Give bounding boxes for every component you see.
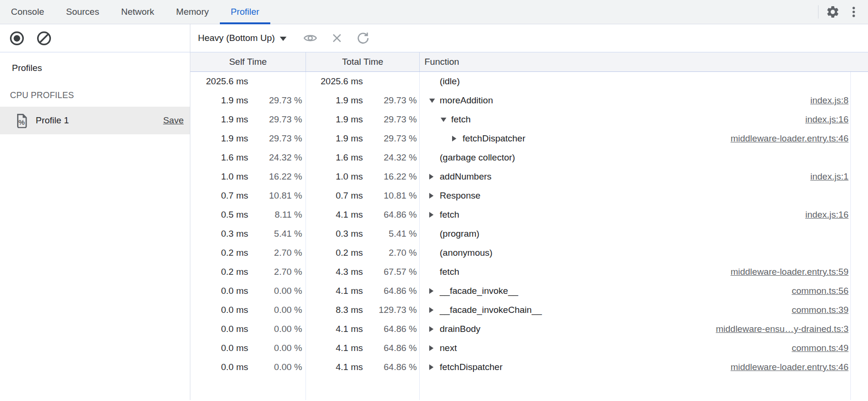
table-row[interactable]: 0.2 ms2.70 %4.3 ms67.57 %fetchmiddleware… bbox=[190, 262, 868, 281]
tabbar-right-controls bbox=[818, 0, 868, 24]
function-name: (anonymous) bbox=[440, 248, 493, 258]
total-time-cell: 8.3 ms129.73 % bbox=[306, 301, 420, 320]
function-cell: (program) bbox=[420, 224, 851, 243]
source-location-link[interactable]: index.js:16 bbox=[805, 114, 848, 125]
save-profile-link[interactable]: Save bbox=[163, 115, 184, 126]
profiler-toolbar: Heavy (Bottom Up) bbox=[0, 24, 868, 52]
function-name: (program) bbox=[440, 229, 479, 239]
function-name: (idle) bbox=[440, 76, 460, 87]
grid-header-row: Self Time Total Time Function bbox=[190, 52, 868, 72]
function-cell: drainBodymiddleware-ensu…y-drained.ts:3 bbox=[420, 320, 851, 339]
table-row[interactable]: 0.0 ms0.00 %4.1 ms64.86 %drainBodymiddle… bbox=[190, 320, 868, 339]
table-row[interactable]: 1.9 ms29.73 %1.9 ms29.73 %fetchindex.js:… bbox=[190, 110, 868, 129]
kebab-menu-icon bbox=[847, 5, 860, 19]
total-time-cell: 4.1 ms64.86 % bbox=[306, 339, 420, 358]
grid-rows: 2025.6 ms2025.6 ms(idle)1.9 ms29.73 %1.9… bbox=[190, 72, 868, 377]
profiles-sidebar: Profiles CPU PROFILES % Profile 1 Save bbox=[0, 52, 190, 400]
self-time-cell: 0.3 ms5.41 % bbox=[190, 224, 306, 243]
function-name: fetch bbox=[440, 210, 459, 220]
expand-arrow-icon[interactable] bbox=[429, 288, 434, 294]
self-time-cell: 1.9 ms29.73 % bbox=[190, 110, 306, 129]
tab-memory[interactable]: Memory bbox=[165, 0, 220, 24]
delete-profile-button[interactable] bbox=[330, 31, 344, 45]
table-row[interactable]: 0.2 ms2.70 %0.2 ms2.70 %(anonymous) bbox=[190, 243, 868, 262]
source-location-link[interactable]: middleware-loader.entry.ts:46 bbox=[730, 362, 848, 372]
source-location-link[interactable]: common.ts:39 bbox=[792, 305, 848, 315]
sidebar-item-profile-1[interactable]: % Profile 1 Save bbox=[0, 107, 190, 134]
self-time-cell: 0.0 ms0.00 % bbox=[190, 281, 306, 301]
expand-arrow-icon[interactable] bbox=[429, 307, 434, 313]
function-cell: __facade_invoke__common.ts:56 bbox=[420, 281, 851, 301]
column-header-total-time[interactable]: Total Time bbox=[306, 52, 420, 71]
total-time-cell: 4.3 ms67.57 % bbox=[306, 262, 420, 281]
function-cell: fetchDispatchermiddleware-loader.entry.t… bbox=[420, 358, 851, 377]
settings-button[interactable] bbox=[826, 5, 840, 19]
panel-tabs: ConsoleSourcesNetworkMemoryProfiler bbox=[0, 0, 270, 24]
function-name: __facade_invokeChain__ bbox=[440, 305, 542, 315]
expand-arrow-icon[interactable] bbox=[452, 136, 456, 141]
record-icon bbox=[9, 30, 25, 46]
table-row[interactable]: 0.0 ms0.00 %4.1 ms64.86 %nextcommon.ts:4… bbox=[190, 339, 868, 358]
collapse-arrow-icon[interactable] bbox=[429, 99, 435, 103]
source-location-link[interactable]: common.ts:56 bbox=[792, 286, 848, 296]
source-location-link[interactable]: index.js:1 bbox=[810, 171, 848, 182]
table-row[interactable]: 1.6 ms24.32 %1.6 ms24.32 %(garbage colle… bbox=[190, 148, 868, 167]
table-row[interactable]: 0.0 ms0.00 %4.1 ms64.86 %__facade_invoke… bbox=[190, 281, 868, 301]
view-mode-dropdown[interactable]: Heavy (Bottom Up) bbox=[198, 33, 286, 43]
self-time-cell: 1.9 ms29.73 % bbox=[190, 129, 306, 148]
table-row[interactable]: 0.5 ms8.11 %4.1 ms64.86 %fetchindex.js:1… bbox=[190, 205, 868, 224]
source-location-link[interactable]: middleware-loader.entry.ts:46 bbox=[730, 133, 848, 144]
source-location-link[interactable]: middleware-ensu…y-drained.ts:3 bbox=[716, 324, 848, 334]
gear-icon bbox=[826, 5, 840, 19]
function-cell: fetchindex.js:16 bbox=[420, 205, 851, 224]
table-row[interactable]: 1.9 ms29.73 %1.9 ms29.73 %moreAdditionin… bbox=[190, 91, 868, 110]
total-time-cell: 4.1 ms64.86 % bbox=[306, 281, 420, 301]
total-time-cell: 4.1 ms64.86 % bbox=[306, 358, 420, 377]
function-cell: (anonymous) bbox=[420, 243, 851, 262]
expand-arrow-icon[interactable] bbox=[429, 364, 434, 370]
tab-profiler[interactable]: Profiler bbox=[220, 0, 270, 24]
table-row[interactable]: 0.3 ms5.41 %0.3 ms5.41 %(program) bbox=[190, 224, 868, 243]
clear-profiles-button[interactable] bbox=[36, 30, 52, 46]
expand-arrow-icon[interactable] bbox=[429, 174, 434, 180]
function-cell: (garbage collector) bbox=[420, 148, 851, 167]
function-cell: nextcommon.ts:49 bbox=[420, 339, 851, 358]
chevron-down-icon bbox=[280, 37, 286, 41]
focus-selected-button[interactable] bbox=[303, 30, 318, 46]
total-time-cell: 1.9 ms29.73 % bbox=[306, 91, 420, 110]
reload-button[interactable] bbox=[356, 31, 370, 45]
table-row[interactable]: 0.0 ms0.00 %4.1 ms64.86 %fetchDispatcher… bbox=[190, 358, 868, 377]
source-location-link[interactable]: middleware-loader.entry.ts:59 bbox=[730, 267, 848, 277]
tab-network[interactable]: Network bbox=[110, 0, 165, 24]
expand-arrow-icon[interactable] bbox=[429, 212, 434, 218]
collapse-arrow-icon[interactable] bbox=[441, 118, 446, 122]
table-row[interactable]: 1.9 ms29.73 %1.9 ms29.73 %fetchDispatche… bbox=[190, 129, 868, 148]
profiler-toolbar-right: Heavy (Bottom Up) bbox=[190, 24, 370, 52]
table-row[interactable]: 1.0 ms16.22 %1.0 ms16.22 %addNumbersinde… bbox=[190, 167, 868, 186]
self-time-cell: 0.0 ms0.00 % bbox=[190, 301, 306, 320]
column-header-function[interactable]: Function bbox=[420, 52, 868, 71]
function-cell: fetchDispatchermiddleware-loader.entry.t… bbox=[420, 129, 851, 148]
record-button[interactable] bbox=[9, 30, 25, 46]
source-location-link[interactable]: index.js:8 bbox=[810, 95, 848, 106]
more-options-button[interactable] bbox=[847, 5, 860, 19]
tab-sources[interactable]: Sources bbox=[55, 0, 110, 24]
clear-icon bbox=[36, 30, 52, 46]
column-header-self-time[interactable]: Self Time bbox=[190, 52, 306, 71]
expand-arrow-icon[interactable] bbox=[429, 193, 434, 199]
view-mode-label: Heavy (Bottom Up) bbox=[198, 33, 275, 43]
table-row[interactable]: 0.0 ms0.00 %8.3 ms129.73 %__facade_invok… bbox=[190, 301, 868, 320]
table-row[interactable]: 0.7 ms10.81 %0.7 ms10.81 %Response bbox=[190, 186, 868, 205]
source-location-link[interactable]: common.ts:49 bbox=[792, 343, 848, 353]
table-row[interactable]: 2025.6 ms2025.6 ms(idle) bbox=[190, 72, 868, 91]
refresh-icon bbox=[356, 31, 370, 45]
function-name: drainBody bbox=[440, 324, 481, 334]
expand-arrow-icon[interactable] bbox=[429, 326, 434, 332]
source-location-link[interactable]: index.js:16 bbox=[805, 210, 848, 220]
total-time-cell: 0.2 ms2.70 % bbox=[306, 243, 420, 262]
function-name: __facade_invoke__ bbox=[440, 286, 518, 296]
tab-console[interactable]: Console bbox=[0, 0, 55, 24]
expand-arrow-icon[interactable] bbox=[429, 345, 434, 351]
sidebar-heading: Profiles bbox=[0, 52, 190, 73]
profiler-toolbar-left bbox=[0, 24, 190, 52]
